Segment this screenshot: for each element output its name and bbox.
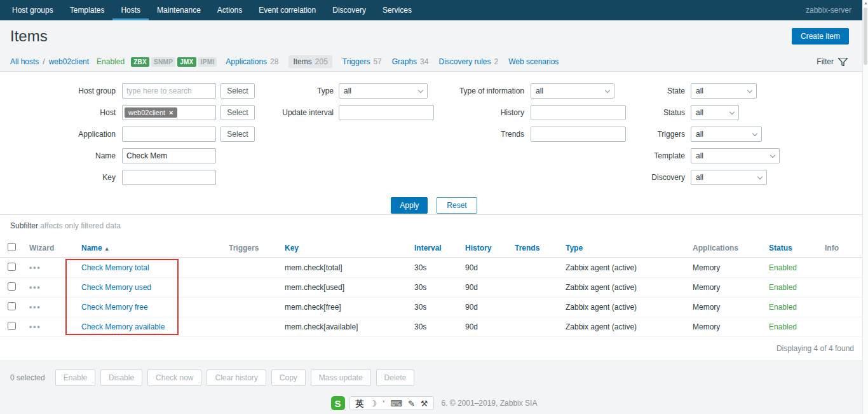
enable-button[interactable]: Enable (55, 369, 95, 386)
key-cell: mem.check[total] (278, 258, 408, 277)
applications-cell: Memory (686, 258, 763, 277)
col-history[interactable]: History (459, 238, 508, 258)
update-interval-input[interactable] (339, 105, 434, 120)
ime-logo-icon[interactable]: S (331, 396, 345, 410)
wizard-menu-button[interactable]: ••• (29, 322, 41, 331)
col-status[interactable]: Status (763, 238, 818, 258)
row-checkbox[interactable] (8, 302, 16, 310)
tab-applications-label[interactable]: Applications (226, 57, 267, 66)
host-chip-remove-icon[interactable]: × (169, 109, 173, 116)
item-name-link[interactable]: Check Memory total (81, 263, 149, 272)
tab-triggers[interactable]: Triggers57 (342, 57, 382, 66)
discovery-select[interactable]: all (691, 170, 767, 185)
item-name-link[interactable]: Check Memory used (81, 283, 151, 292)
row-checkbox[interactable] (8, 263, 16, 271)
col-name[interactable]: Name▲ (71, 238, 222, 258)
type-of-information-select[interactable]: all (531, 83, 614, 99)
page-footer: S 英 ☽ ’ ⌨ ✎ ⚒ 6. © 2001–2019, Zabbix SIA (0, 396, 868, 410)
row-checkbox[interactable] (8, 322, 16, 330)
row-checkbox[interactable] (8, 282, 16, 291)
host-multiselect[interactable]: web02client × (122, 105, 216, 120)
nav-event-correlation[interactable]: Event correlation (250, 0, 324, 20)
nav-hosts[interactable]: Hosts (112, 0, 149, 20)
col-interval[interactable]: Interval (408, 238, 459, 258)
triggers-select[interactable]: all (691, 127, 762, 142)
status-select[interactable]: all (691, 105, 739, 120)
mass-update-button[interactable]: Mass update (311, 369, 371, 386)
breadcrumb-all-hosts[interactable]: All hosts (10, 57, 39, 66)
tab-applications[interactable]: Applications28 (226, 57, 278, 66)
host-bar: All hosts / web02client Enabled ZBX SNMP… (0, 52, 868, 71)
page-scrollbar[interactable]: ▲ (862, 0, 868, 414)
ime-pen-icon[interactable]: ✎ (408, 399, 415, 408)
item-name-link[interactable]: Check Memory available (81, 322, 165, 331)
application-input[interactable] (122, 127, 216, 142)
nav-maintenance[interactable]: Maintenance (149, 0, 209, 20)
ime-keyboard-icon[interactable]: ⌨ (390, 399, 402, 408)
host-group-input[interactable] (122, 83, 216, 99)
type-label: Type (254, 83, 334, 99)
history-cell: 90d (459, 277, 508, 297)
tab-triggers-label[interactable]: Triggers (342, 57, 370, 66)
item-status-link[interactable]: Enabled (769, 322, 797, 331)
nav-discovery[interactable]: Discovery (324, 0, 374, 20)
ime-moon-icon[interactable]: ☽ (370, 399, 377, 408)
tab-graphs-label[interactable]: Graphs (392, 57, 417, 66)
col-key[interactable]: Key (278, 238, 408, 258)
ime-punctuation-icon[interactable]: ’ (383, 399, 384, 408)
ime-wrench-icon[interactable]: ⚒ (421, 399, 428, 408)
copy-button[interactable]: Copy (271, 369, 306, 386)
nav-templates[interactable]: Templates (62, 0, 113, 20)
interval-cell: 30s (408, 297, 459, 317)
col-trends[interactable]: Trends (508, 238, 559, 258)
wizard-menu-button[interactable]: ••• (29, 263, 41, 272)
triggers-label: Triggers (604, 127, 685, 142)
item-status-link[interactable]: Enabled (769, 303, 797, 312)
scrollbar-thumb[interactable] (864, 8, 867, 65)
check-now-button[interactable]: Check now (147, 369, 201, 386)
name-input[interactable] (122, 148, 216, 163)
key-cell: mem.check[available] (278, 317, 408, 336)
filter-toggle[interactable]: Filter (817, 57, 848, 66)
state-select[interactable]: all (691, 83, 757, 99)
apply-button[interactable]: Apply (391, 197, 428, 214)
nav-host-groups[interactable]: Host groups (4, 0, 62, 20)
filter-toggle-label: Filter (817, 57, 834, 66)
discovery-label: Discovery (604, 170, 685, 185)
host-select-button[interactable]: Select (220, 105, 255, 120)
table-row: ••• Check Memory total mem.check[total] … (0, 258, 868, 277)
wizard-menu-button[interactable]: ••• (29, 283, 41, 292)
breadcrumb-host[interactable]: web02client (49, 57, 89, 66)
delete-button[interactable]: Delete (376, 369, 415, 386)
tab-items[interactable]: Items205 (288, 55, 332, 68)
disable-button[interactable]: Disable (100, 369, 142, 386)
key-input[interactable] (122, 170, 216, 185)
item-name-link[interactable]: Check Memory free (81, 303, 148, 312)
tab-discovery-rules[interactable]: Discovery rules2 (438, 57, 498, 66)
template-select[interactable]: all (691, 148, 780, 163)
item-status-link[interactable]: Enabled (769, 263, 797, 272)
application-select-button[interactable]: Select (220, 127, 255, 142)
nav-actions[interactable]: Actions (209, 0, 250, 20)
host-group-select-button[interactable]: Select (220, 83, 255, 99)
tab-discovery-rules-label[interactable]: Discovery rules (438, 57, 491, 66)
reset-button[interactable]: Reset (437, 197, 477, 214)
create-item-button[interactable]: Create item (792, 28, 849, 45)
type-select[interactable]: all (339, 83, 428, 99)
scrollbar-up-arrow[interactable]: ▲ (863, 0, 868, 6)
tab-graphs[interactable]: Graphs34 (392, 57, 429, 66)
item-status-link[interactable]: Enabled (769, 283, 797, 292)
application-label: Application (13, 127, 116, 142)
select-all-checkbox[interactable] (8, 243, 16, 251)
status-select-value: all (696, 108, 703, 117)
zbx-badge: ZBX (131, 57, 149, 67)
tab-web-scenarios-label[interactable]: Web scenarios (508, 57, 559, 66)
clear-history-button[interactable]: Clear history (207, 369, 266, 386)
col-type[interactable]: Type (559, 238, 686, 258)
ime-language-icon[interactable]: 英 (356, 399, 364, 408)
wizard-menu-button[interactable]: ••• (29, 303, 41, 312)
chevron-down-icon (418, 87, 423, 92)
tab-web-scenarios[interactable]: Web scenarios (508, 57, 559, 66)
col-name-link[interactable]: Name (81, 244, 102, 252)
nav-services[interactable]: Services (374, 0, 420, 20)
